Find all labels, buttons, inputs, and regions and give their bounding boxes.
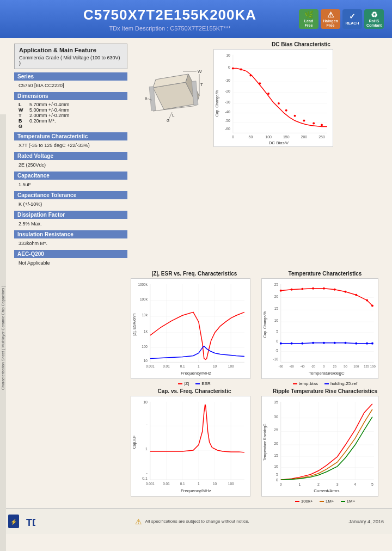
product-image-svg: W T L B G	[137, 58, 207, 128]
application-box: Application & Main Feature Commercia Gra…	[14, 44, 127, 69]
svg-text:0: 0	[276, 339, 278, 343]
dc-bias-title: DC Bias Characteristic	[213, 41, 389, 47]
svg-point-108	[366, 299, 368, 302]
dc-bias-chart-container: DC Bias Characteristic 10 0 -10 -20 -30 …	[213, 41, 389, 268]
svg-point-107	[355, 294, 357, 296]
svg-point-101	[291, 289, 293, 291]
svg-point-119	[371, 342, 373, 345]
page-footer: ⚡ TDK ⚠ All specifications are subject t…	[0, 508, 392, 534]
rohs-badge: ♻ RoHSComiant	[364, 9, 384, 29]
page-header: C5750X7T2E155K200KA TDx Item Description…	[0, 0, 392, 38]
svg-text:-60: -60	[289, 365, 294, 368]
application-desc: Commercia Grade ( Mid Voltage (100 to 63…	[19, 55, 122, 66]
halogen-free-badge: ⚠ HalogenFree	[321, 9, 340, 29]
temp-char-value: X7T (-35 to 125 degC +22/-33%)	[14, 142, 127, 149]
temp-chars-chart: 25 20 15 10 5 0 -5 -10 -80 -60 -40 -20 0…	[261, 278, 378, 379]
svg-text:100: 100	[228, 482, 234, 486]
insulation-value: 333kohm M*.	[14, 240, 127, 247]
svg-text:10k: 10k	[142, 313, 148, 317]
svg-text:30: 30	[274, 415, 278, 419]
svg-text:TDK: TDK	[26, 517, 35, 528]
aec-header: AEC-Q200	[14, 250, 127, 258]
svg-point-117	[355, 342, 357, 345]
svg-text:-5: -5	[275, 348, 278, 352]
svg-text:0.1: 0.1	[180, 364, 185, 368]
ripple-temp-title: Ripple Temperature Rise Characteristics	[261, 388, 389, 394]
svg-text:Temperature/degC: Temperature/degC	[309, 371, 345, 376]
ripple-temp-chart-container: Ripple Temperature Rise Characteristics …	[261, 388, 389, 504]
item-description: TDx Item Description : C5750X7T2E155KT**…	[41, 25, 299, 32]
svg-text:4: 4	[354, 482, 356, 486]
svg-point-37	[232, 68, 234, 70]
svg-point-118	[366, 342, 368, 345]
svg-text:1: 1	[198, 364, 200, 368]
svg-point-47	[321, 124, 323, 126]
svg-point-116	[345, 342, 347, 344]
svg-text:100k: 100k	[140, 297, 148, 301]
svg-text:B: B	[145, 97, 148, 101]
svg-text:Cap./uF: Cap./uF	[132, 436, 137, 449]
svg-text:|Z|, ESR/ohm: |Z|, ESR/ohm	[132, 313, 137, 335]
header-title-block: C5750X7T2E155K200KA TDx Item Description…	[41, 7, 299, 32]
svg-text:-80: -80	[279, 365, 284, 368]
svg-text:⚡: ⚡	[10, 518, 17, 525]
rated-voltage-header: Rated Voltage	[14, 152, 127, 160]
svg-text:200: 200	[301, 135, 308, 139]
lead-free-badge: 🌿 LeadFree	[299, 9, 318, 29]
svg-text:-10: -10	[225, 78, 230, 82]
svg-point-100	[280, 290, 282, 292]
svg-text:-30: -30	[225, 100, 230, 104]
svg-text:L: L	[172, 113, 175, 118]
side-label: Characterisation Sheet ( Multilayer Cera…	[0, 114, 6, 551]
svg-text:3: 3	[336, 482, 339, 486]
part-number: C5750X7T2E155K200KA	[41, 7, 299, 23]
iz-esr-chart-container: |Z|, ESR vs. Freq. Characteristics 1000k…	[131, 271, 258, 386]
svg-text:0: 0	[280, 482, 282, 486]
svg-text:10: 10	[144, 359, 148, 363]
svg-text:-60: -60	[225, 127, 230, 131]
svg-text:1k: 1k	[144, 329, 148, 333]
svg-point-105	[334, 289, 336, 291]
svg-point-113	[312, 342, 314, 344]
svg-text:1: 1	[198, 482, 200, 486]
svg-text:50: 50	[344, 365, 347, 368]
svg-point-109	[371, 304, 373, 307]
svg-text:0.001: 0.001	[146, 364, 155, 368]
svg-text:DC Bias/V: DC Bias/V	[269, 140, 289, 145]
svg-text:100: 100	[265, 135, 272, 139]
tdk-logo-svg: ⚡ TDK	[8, 512, 35, 531]
svg-text:125 130: 125 130	[364, 365, 376, 368]
svg-text:Current/Arms: Current/Arms	[314, 488, 339, 493]
dc-bias-chart: 10 0 -10 -20 -30 -40 -50 -60 0 50 100 15…	[213, 49, 333, 147]
ripple-temp-legend: 100k+ 1M+ 1M+	[261, 499, 389, 504]
svg-text:150: 150	[283, 135, 290, 139]
svg-text:-40: -40	[225, 110, 230, 114]
svg-point-42	[278, 102, 280, 105]
cap-freq-title: Cap. vs. Freq. Characteristic	[131, 388, 258, 394]
tdk-logo: ⚡ TDK	[8, 512, 35, 531]
svg-text:5: 5	[276, 473, 278, 476]
svg-text:35: 35	[274, 400, 278, 404]
svg-text:50: 50	[249, 135, 253, 139]
cap-freq-chart-container: Cap. vs. Freq. Characteristic 10 - 1 - 0…	[131, 388, 258, 504]
svg-text:10: 10	[143, 400, 148, 404]
svg-text:G: G	[167, 119, 169, 123]
svg-text:Cap. Change/%: Cap. Change/%	[215, 90, 219, 117]
svg-text:15: 15	[274, 454, 278, 457]
svg-text:-20: -20	[225, 89, 230, 93]
svg-point-44	[294, 115, 296, 117]
svg-point-111	[291, 342, 293, 345]
iz-esr-chart: 1000k 100k 10k 1k 100 10 0.001 0.01 0.1 …	[131, 278, 250, 379]
svg-text:-: -	[146, 471, 148, 475]
product-image-area: W T L B G	[134, 41, 210, 268]
svg-text:0.01: 0.01	[163, 482, 170, 486]
svg-point-103	[312, 287, 314, 290]
svg-text:100: 100	[228, 364, 234, 368]
dissipation-header: Dissipation Factor	[14, 211, 127, 219]
svg-point-39	[249, 74, 252, 76]
svg-text:1: 1	[298, 482, 301, 486]
warning-icon: ⚠	[135, 517, 142, 526]
svg-point-115	[334, 342, 336, 344]
svg-text:0.1: 0.1	[180, 482, 185, 486]
svg-point-110	[280, 342, 282, 345]
